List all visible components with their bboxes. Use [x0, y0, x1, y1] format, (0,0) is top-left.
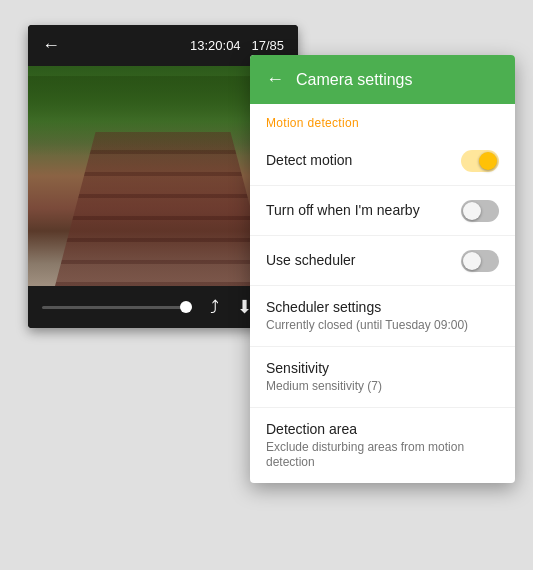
setting-row-use-scheduler[interactable]: Use scheduler	[250, 236, 515, 286]
camera-time-value: 13:20:04	[190, 38, 241, 53]
setting-title-scheduler-settings: Scheduler settings	[266, 298, 499, 316]
settings-title: Camera settings	[296, 71, 413, 89]
setting-title-turn-off-nearby: Turn off when I'm nearby	[266, 201, 461, 219]
setting-text: Scheduler settings Currently closed (unt…	[266, 298, 499, 334]
setting-subtitle-detection-area: Exclude disturbing areas from motion det…	[266, 440, 499, 471]
toggle-turn-off-nearby[interactable]	[461, 200, 499, 222]
settings-header: ← Camera settings	[250, 55, 515, 104]
settings-panel: ← Camera settings Motion detection Detec…	[250, 55, 515, 483]
setting-text: Detect motion	[266, 151, 461, 169]
setting-row-turn-off-nearby[interactable]: Turn off when I'm nearby	[250, 186, 515, 236]
setting-text: Sensitivity Medium sensitivity (7)	[266, 359, 499, 395]
share-button[interactable]: ⤴	[210, 297, 219, 318]
camera-time: 13:20:04 17/85	[190, 38, 284, 53]
setting-subtitle-scheduler-settings: Currently closed (until Tuesday 09:00)	[266, 318, 499, 334]
toggle-detect-motion[interactable]	[461, 150, 499, 172]
section-label: Motion detection	[250, 104, 515, 136]
setting-text: Turn off when I'm nearby	[266, 201, 461, 219]
scrubber-track[interactable]	[42, 306, 192, 309]
toggle-thumb	[463, 202, 481, 220]
scrubber-thumb[interactable]	[180, 301, 192, 313]
setting-row-sensitivity[interactable]: Sensitivity Medium sensitivity (7)	[250, 347, 515, 408]
setting-text: Use scheduler	[266, 251, 461, 269]
camera-frame-info: 17/85	[251, 38, 284, 53]
toggle-thumb	[479, 152, 497, 170]
setting-title-use-scheduler: Use scheduler	[266, 251, 461, 269]
setting-row-scheduler-settings[interactable]: Scheduler settings Currently closed (unt…	[250, 286, 515, 347]
toggle-use-scheduler[interactable]	[461, 250, 499, 272]
settings-body: Motion detection Detect motion Turn off …	[250, 104, 515, 483]
setting-title-detect-motion: Detect motion	[266, 151, 461, 169]
setting-text: Detection area Exclude disturbing areas …	[266, 420, 499, 471]
setting-row-detect-motion[interactable]: Detect motion	[250, 136, 515, 186]
camera-back-arrow[interactable]: ←	[42, 35, 60, 56]
settings-back-arrow[interactable]: ←	[266, 69, 284, 90]
toggle-thumb	[463, 252, 481, 270]
setting-title-detection-area: Detection area	[266, 420, 499, 438]
setting-row-detection-area[interactable]: Detection area Exclude disturbing areas …	[250, 408, 515, 483]
setting-title-sensitivity: Sensitivity	[266, 359, 499, 377]
setting-subtitle-sensitivity: Medium sensitivity (7)	[266, 379, 499, 395]
